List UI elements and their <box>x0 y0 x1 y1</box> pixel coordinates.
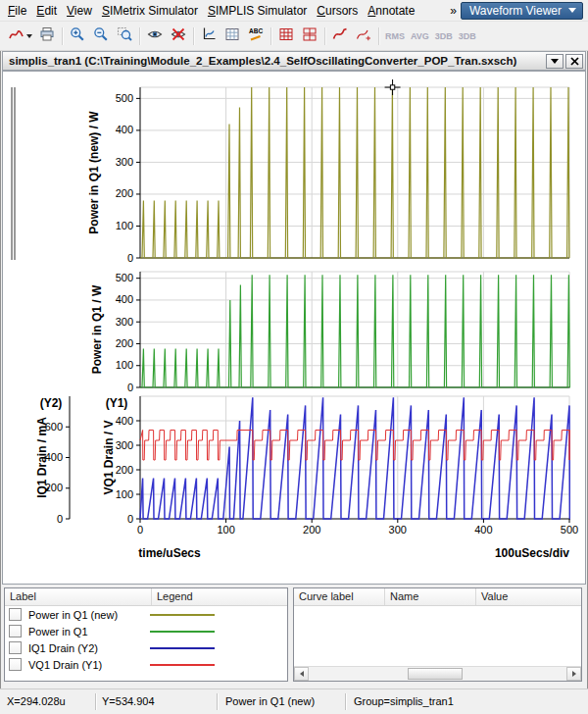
annotate-button[interactable]: ABC <box>244 25 268 48</box>
print-button[interactable] <box>35 25 59 48</box>
menu-item-edit[interactable]: Edit <box>31 1 62 21</box>
menu-item-view[interactable]: View <box>62 1 97 21</box>
column-header-value: Value <box>476 588 581 605</box>
menu-item-simplis-simulator[interactable]: SIMPLIS Simulator <box>203 1 312 21</box>
curve-power-in-q1-new[interactable] <box>140 87 569 258</box>
zoom-area-button[interactable] <box>113 25 136 48</box>
svg-text:0: 0 <box>57 513 63 525</box>
curve-visibility-checkbox[interactable] <box>9 641 22 654</box>
svg-text:400: 400 <box>116 415 133 427</box>
svg-text:Power in Q1 (new) / W: Power in Q1 (new) / W <box>87 111 101 234</box>
document-title: simplis_tran1 (C:\Training\Module_2_Exam… <box>9 55 544 67</box>
legend-panel-header: Label Legend <box>5 588 287 606</box>
svg-text:400: 400 <box>116 293 133 305</box>
zoom-out-button[interactable] <box>89 25 113 48</box>
curve-visibility-checkbox[interactable] <box>9 658 22 671</box>
hide-curves-button[interactable] <box>167 25 190 48</box>
waveform-viewer-label: Waveform Viewer <box>469 4 562 18</box>
edit-curve-button[interactable] <box>352 25 375 48</box>
status-divider <box>95 693 96 710</box>
status-curve-name: Power in Q1 (new) <box>225 695 315 707</box>
x-axis: 0100200300400500time/uSecs100uSecs/div <box>137 519 578 560</box>
stack-grids-button[interactable] <box>298 25 321 48</box>
grid-resize-handles[interactable] <box>12 87 15 260</box>
toolbar-text-label: 3DB <box>459 31 476 41</box>
svg-text:100uSecs/div: 100uSecs/div <box>495 546 569 560</box>
status-divider <box>217 693 218 710</box>
toolbar-separator <box>62 27 63 45</box>
svg-text:100: 100 <box>217 524 234 536</box>
status-divider <box>345 693 346 710</box>
show-curves-button[interactable] <box>143 25 167 48</box>
curve-power-in-q1[interactable] <box>140 275 569 387</box>
curve-label: Power in Q1 <box>28 626 150 638</box>
legend-row[interactable]: VQ1 Drain (Y1) <box>5 656 287 673</box>
chevron-down-icon <box>551 59 559 64</box>
svg-text:(Y1): (Y1) <box>106 396 128 410</box>
svg-text:(Y2): (Y2) <box>40 396 63 410</box>
column-header-name: Name <box>385 588 476 605</box>
measure-avg-button[interactable]: AVG <box>408 25 432 48</box>
zoom-area-icon <box>117 26 132 45</box>
waveform-viewer-window: { "ui_colors": { "accent": "#3a6ea5", "w… <box>0 0 588 714</box>
svg-text:0: 0 <box>127 382 133 393</box>
red-grid-2-icon <box>302 26 318 45</box>
eye-icon <box>147 26 163 45</box>
curve-label: VQ1 Drain (Y1) <box>28 659 150 671</box>
horizontal-scrollbar[interactable] <box>294 666 581 681</box>
menu-overflow-chevron[interactable]: » <box>446 4 461 18</box>
svg-text:200: 200 <box>116 337 133 349</box>
curve-iq1-drain-y2[interactable] <box>140 397 569 519</box>
curve-visibility-checkbox[interactable] <box>9 625 22 638</box>
values-panel-header: Curve label Name Value <box>294 588 581 606</box>
squiggle-icon <box>8 26 24 46</box>
svg-text:400: 400 <box>474 524 492 536</box>
menu-item-simetrix-simulator[interactable]: SIMetrix Simulator <box>97 1 203 21</box>
add-axis-button[interactable] <box>197 25 220 48</box>
chevron-down-icon <box>26 34 32 38</box>
menu-item-file[interactable]: File <box>3 1 31 21</box>
svg-text:100: 100 <box>116 220 133 231</box>
eye-off-icon <box>171 26 186 45</box>
measure-3db-left-button[interactable]: 3DB <box>432 25 456 48</box>
status-bar: X=294.028u Y=534.904 Power in Q1 (new) G… <box>0 688 588 714</box>
close-button[interactable] <box>565 54 583 69</box>
toolbar-text-label: AVG <box>411 31 429 41</box>
waveform-plot-area[interactable]: 0100200300400500Power in Q1 (new) / W010… <box>2 71 586 585</box>
plot-grid-3: 01002003004000200400600VQ1 Drain / VIQ1 … <box>35 396 569 525</box>
scrollbar-thumb[interactable] <box>408 668 463 680</box>
legend-row[interactable]: Power in Q1 <box>5 623 287 639</box>
new-grid-button[interactable] <box>274 25 298 48</box>
measure-rms-button[interactable]: RMS <box>382 25 408 48</box>
toolbar-text-label: 3DB <box>435 31 453 41</box>
scroll-right-button[interactable] <box>566 667 581 681</box>
svg-text:200: 200 <box>303 524 320 536</box>
window-menu-button[interactable] <box>546 54 564 69</box>
measure-3db-right-button[interactable]: 3DB <box>456 25 479 48</box>
zoom-out-icon <box>93 26 109 45</box>
main-toolbar: ABCRMSAVG3DB3DB <box>0 22 588 51</box>
zoom-in-button[interactable] <box>66 25 89 48</box>
print-icon <box>39 26 55 45</box>
curve-select-dropdown[interactable] <box>5 25 35 48</box>
waveform-viewer-selector[interactable]: Waveform Viewer <box>461 2 583 20</box>
legend-row[interactable]: Power in Q1 (new) <box>5 606 287 623</box>
curve-visibility-checkbox[interactable] <box>9 608 22 621</box>
menu-item-annotate[interactable]: Annotate <box>363 1 419 21</box>
toolbar-separator <box>139 27 140 45</box>
axis-icon <box>201 26 217 45</box>
svg-text:time/uSecs: time/uSecs <box>138 546 201 560</box>
add-grid-button[interactable] <box>220 25 244 48</box>
svg-text:Power in Q1 / W: Power in Q1 / W <box>90 284 104 374</box>
menu-item-cursors[interactable]: Cursors <box>312 1 363 21</box>
scroll-left-button[interactable] <box>294 667 309 681</box>
column-header-legend: Legend <box>152 588 287 605</box>
curve-label: Power in Q1 (new) <box>28 609 150 621</box>
svg-text:400: 400 <box>116 124 133 135</box>
svg-text:ABC: ABC <box>249 27 263 34</box>
svg-text:0: 0 <box>127 513 133 525</box>
legend-row[interactable]: IQ1 Drain (Y2) <box>5 639 287 656</box>
svg-text:300: 300 <box>116 439 133 451</box>
svg-text:500: 500 <box>116 92 133 104</box>
new-curve-button[interactable] <box>328 25 352 48</box>
